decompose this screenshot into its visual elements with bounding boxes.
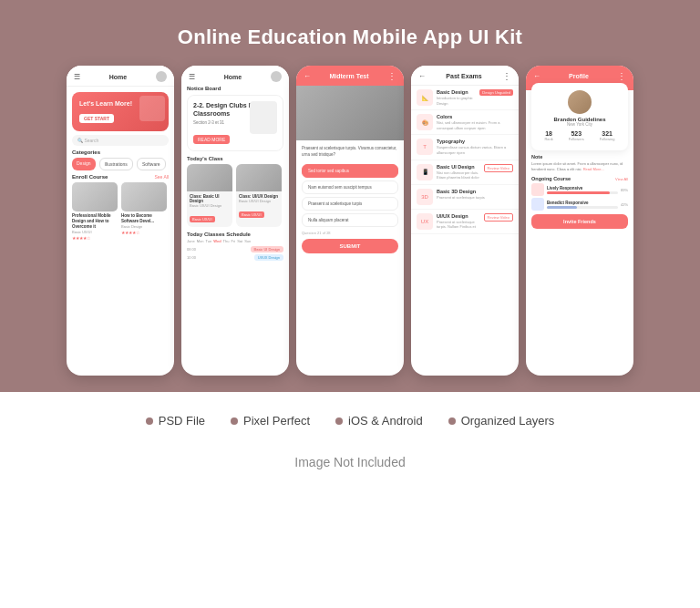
category-design[interactable]: Design xyxy=(72,158,96,170)
phone4-header: ← Past Exams ⋮ xyxy=(411,66,519,86)
categories-label: Categories xyxy=(72,149,169,155)
course-details-2: Benedict Responsive xyxy=(547,201,618,209)
submit-button[interactable]: SUBMIT xyxy=(302,239,398,253)
course-pct-2: 42% xyxy=(621,202,628,207)
back-arrow-icon[interactable]: ← xyxy=(304,72,311,80)
exam-info-6: UI/UX Design Praesent at scelerisque tur… xyxy=(437,213,480,230)
course-icon-1 xyxy=(531,183,544,196)
hamburger-icon-2: ☰ xyxy=(189,73,195,81)
ongoing-header: Ongoing Course View All xyxy=(531,176,628,181)
course-stars-1: ★★★★☆ xyxy=(72,235,118,241)
read-more-link[interactable]: Read More... xyxy=(583,167,604,171)
exam-info-4: Basic UI Design Nisi non ullamcorper dui… xyxy=(437,164,480,180)
ongoing-course-1[interactable]: Lively Responsive 89% xyxy=(531,183,628,196)
feature-dot-pixel xyxy=(231,417,238,425)
exam-item-2[interactable]: 🎨 Colors Nisi, sed ullamcorper et euisim… xyxy=(411,110,519,135)
course-item-1[interactable]: Professional Mobile Design and How to Ov… xyxy=(72,182,118,241)
ongoing-label: Ongoing Course xyxy=(531,176,571,181)
exam-icon-4: 📱 xyxy=(417,164,433,180)
more-options-icon-5[interactable]: ⋮ xyxy=(617,71,626,81)
feature-pixel: Pixel Perfect xyxy=(231,414,310,428)
see-all-link[interactable]: See All xyxy=(154,174,169,180)
exam-sub-6: Praesent at scelerisque turpis. Nullam F… xyxy=(437,220,480,230)
enroll-label: Enroll Course xyxy=(72,174,108,180)
exam-badge-4: Review Video xyxy=(484,164,513,172)
banner-image xyxy=(139,96,165,121)
exam-item-6[interactable]: UX UI/UX Design Praesent at scelerisque … xyxy=(411,210,519,234)
class-card-1[interactable]: Class: Basic UI Design Basic UX/UI Desig… xyxy=(187,164,232,227)
phone-2: ☰ Home Notice Board 2-2. Design Clubs Fo… xyxy=(181,66,289,376)
note-section-label: Note xyxy=(531,154,628,160)
exam-name-2: Colors xyxy=(437,114,513,119)
phones-container: ☰ Home Let's Learn More! GET START 🔍 Sea… xyxy=(52,66,648,376)
more-options-icon-4[interactable]: ⋮ xyxy=(502,71,511,81)
phone-5: ← Profile ⋮ Brandon Guidelines New York … xyxy=(526,66,633,376)
back-arrow-icon-4[interactable]: ← xyxy=(418,72,426,80)
schedule-title: Today Classes Schedule xyxy=(187,232,283,237)
class-name-1: Class: Basic UI Design xyxy=(190,194,230,203)
view-all-link[interactable]: View All xyxy=(615,177,628,181)
invite-friends-button[interactable]: Invite Friends xyxy=(531,214,628,229)
class-sub-2: Basic UX/UI Design xyxy=(239,199,279,203)
following-number: 321 xyxy=(600,130,615,137)
exam-item-1[interactable]: 📐 Basic Design Introduction to graphic D… xyxy=(411,86,519,110)
day-thu: Thu xyxy=(223,239,230,243)
search-bar[interactable]: 🔍 Search xyxy=(72,135,169,146)
exam-icon-3: T xyxy=(417,139,433,155)
phone1-header: ☰ Home xyxy=(67,66,174,87)
course-item-2[interactable]: How to Become Software Devel... Basic De… xyxy=(121,182,167,241)
followers-number: 523 xyxy=(569,130,584,137)
course-sub-2: Basic Design xyxy=(121,224,167,229)
exam-name-5: Basic 3D Design xyxy=(437,189,513,194)
course-sub-1: Basic UX/UI xyxy=(72,230,118,234)
progress-bar-bg-1 xyxy=(547,191,618,194)
category-software[interactable]: Software xyxy=(137,158,166,170)
avatar xyxy=(156,71,167,82)
categories-row: Design Illustrations Software xyxy=(72,158,169,170)
read-more-button[interactable]: READ MORE xyxy=(193,135,230,144)
note-text: Lorem ipsum dolor sit amet. From a ullam… xyxy=(531,161,628,172)
exam-icon-1: 📐 xyxy=(417,89,433,106)
rank-number: 18 xyxy=(544,130,552,137)
midterm-image xyxy=(296,86,404,140)
class-card-2[interactable]: Class: UI/UX Design Basic UX/UI Design B… xyxy=(236,164,282,227)
sched-badge-1: Basic UI Design xyxy=(251,246,283,252)
exam-item-4[interactable]: 📱 Basic UI Design Nisi non ullamcorper d… xyxy=(411,160,519,185)
phone4-title: Past Exams xyxy=(446,73,481,79)
ongoing-course-2[interactable]: Benedict Responsive 42% xyxy=(531,198,628,211)
course-icon-2 xyxy=(531,198,544,211)
exam-item-5[interactable]: 3D Basic 3D Design Praesent at scelerisq… xyxy=(411,185,519,210)
phone1-title: Home xyxy=(109,74,127,80)
exam-item-3[interactable]: T Typography Suspendisse cursus dictum v… xyxy=(411,135,519,160)
today-class-label: Today's Class xyxy=(187,156,283,161)
get-start-button[interactable]: GET START xyxy=(79,114,114,123)
exam-info-1: Basic Design Introduction to graphic Des… xyxy=(437,89,476,106)
more-options-icon[interactable]: ⋮ xyxy=(387,71,396,81)
avatar-2 xyxy=(271,71,282,82)
option-2[interactable]: Nam euismod sem suscipit tempus xyxy=(302,180,398,194)
option-3[interactable]: Praesent at scelerisque turpis xyxy=(302,197,398,211)
phone-4: ← Past Exams ⋮ 📐 Basic Design Introducti… xyxy=(411,66,519,376)
feature-label-pixel: Pixel Perfect xyxy=(243,414,310,428)
followers-label: Followers xyxy=(569,137,584,141)
option-4[interactable]: Nulla aliquam placerat xyxy=(302,213,398,227)
phone5-title: Profile xyxy=(569,73,589,79)
course-image-2 xyxy=(121,182,167,211)
option-1[interactable]: Sed tortor sed sapibus xyxy=(302,164,398,178)
notice-image xyxy=(250,101,277,134)
exam-badge-6: Review Video xyxy=(484,213,513,222)
feature-label-ios: iOS & Android xyxy=(348,414,423,428)
back-arrow-icon-5[interactable]: ← xyxy=(533,72,540,80)
exam-info-5: Basic 3D Design Praesent at scelerisque … xyxy=(437,189,513,201)
phone2-title: Home xyxy=(224,74,242,80)
course-name-1: Lively Responsive xyxy=(547,186,618,191)
notice-banner: 2-2. Design Clubs For Classrooms Section… xyxy=(187,95,283,151)
day-wed[interactable]: Wed xyxy=(213,239,221,243)
sched-time-1: 08 00 xyxy=(187,247,196,252)
exam-icon-5: 3D xyxy=(417,189,433,205)
class-badge-2: Basic UX/UI xyxy=(239,211,264,218)
category-illustrations[interactable]: Illustrations xyxy=(99,158,133,170)
schedule-row-2: 10 00 UI/UX Design xyxy=(187,254,283,261)
exam-sub-5: Praesent at scelerisque turpis xyxy=(437,195,513,201)
user-location: New York City xyxy=(537,122,623,127)
